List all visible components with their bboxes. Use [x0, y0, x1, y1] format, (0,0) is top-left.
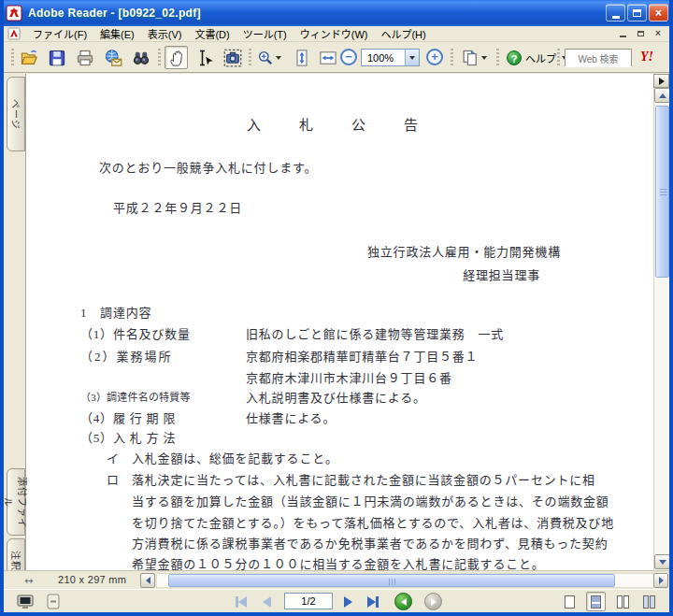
mdi-close-button[interactable]: ×: [651, 27, 666, 40]
nav-last-icon: [367, 596, 376, 608]
doc-sub-marker: イ: [107, 449, 120, 466]
scroll-left-button[interactable]: [140, 573, 155, 588]
layout-two-up-button[interactable]: [639, 592, 659, 611]
snapshot-button[interactable]: [221, 46, 244, 69]
layout-continuous-button[interactable]: [586, 592, 606, 611]
pdf-page[interactable]: 入 札 公 告 次のとおり一般競争入札に付します。 平成２２年９月２２日 独立行…: [27, 74, 650, 570]
fullscreen-button[interactable]: [15, 592, 35, 611]
page-number-field[interactable]: [284, 593, 333, 609]
doc-title: 入 札 公 告: [27, 114, 650, 134]
menu-window[interactable]: ウィンドウ(W): [294, 27, 375, 41]
email-button[interactable]: [101, 46, 124, 69]
layout-facing-button[interactable]: [613, 592, 633, 611]
horizontal-scrollbar[interactable]: [156, 573, 655, 588]
toolbar-grip[interactable]: [451, 49, 453, 66]
print-icon: [76, 49, 94, 67]
toolbar-grip[interactable]: [249, 49, 251, 66]
scroll-right-button[interactable]: [653, 573, 668, 588]
page-display-button[interactable]: [458, 46, 490, 69]
hand-tool-button[interactable]: [165, 46, 188, 69]
next-view-button[interactable]: [424, 593, 442, 610]
mdi-restore-button[interactable]: [633, 27, 648, 40]
help-button[interactable]: ? ヘルプ: [503, 48, 571, 67]
doc-item-label: （4）履 行 期 限: [80, 408, 176, 426]
horizontal-scroll-thumb[interactable]: [168, 574, 615, 587]
zoom-combo-button[interactable]: [405, 50, 419, 65]
save-button[interactable]: [45, 46, 68, 69]
zoom-out-button[interactable]: −: [340, 49, 357, 65]
menu-edit[interactable]: 編集(E): [93, 27, 141, 41]
previous-page-button[interactable]: [257, 592, 277, 611]
fullscreen-icon: [17, 595, 34, 609]
open-button[interactable]: [17, 46, 40, 69]
web-search-input[interactable]: [566, 51, 631, 67]
print-button[interactable]: [73, 46, 96, 69]
document-area: ページ 添付ファイル 注釈 入 札 公 告 次のとおり一般競争入札に付します。 …: [4, 74, 669, 570]
first-page-button[interactable]: [231, 592, 251, 611]
fit-width-button[interactable]: [316, 46, 339, 69]
layout-single-icon: [565, 595, 575, 609]
menu-file[interactable]: ファイル(F): [26, 27, 93, 41]
mdi-minimize-button[interactable]: [615, 27, 630, 40]
adobe-reader-window: Adobe Reader - [b0922_02.pdf] × ファイル(F) …: [0, 0, 673, 616]
prev-view-icon: [401, 598, 407, 606]
close-icon: ×: [655, 7, 662, 20]
toolbar-grip[interactable]: [11, 49, 14, 66]
arrow-up-icon: [659, 93, 666, 98]
toolbar-grip[interactable]: [158, 49, 161, 66]
vertical-scroll-thumb[interactable]: [655, 106, 669, 278]
tab-pages[interactable]: ページ: [7, 77, 25, 151]
window-title: Adobe Reader - [b0922_02.pdf]: [28, 7, 201, 20]
doc-date: 平成２２年９月２２日: [113, 198, 242, 216]
close-button[interactable]: ×: [649, 4, 668, 21]
chevron-down-icon: [409, 56, 415, 60]
page-view-icon: [47, 594, 60, 609]
layout-two-up-icon: [643, 595, 655, 609]
title-bar[interactable]: Adobe Reader - [b0922_02.pdf] ×: [0, 0, 673, 26]
nav-first-icon: [238, 596, 247, 608]
mdi-minimize-icon: [620, 36, 626, 37]
minimize-button[interactable]: [606, 4, 625, 21]
restore-button[interactable]: [627, 4, 647, 21]
menu-help[interactable]: ヘルプ(H): [374, 27, 432, 41]
doc-org-line: 経理担当理事: [463, 265, 540, 283]
yahoo-logo[interactable]: Y!: [640, 50, 653, 64]
web-search-box[interactable]: [565, 49, 632, 66]
select-tool-button[interactable]: [193, 46, 216, 69]
scroll-up-button[interactable]: [654, 88, 670, 103]
menu-view[interactable]: 表示(V): [141, 27, 189, 41]
fit-page-icon: [293, 49, 311, 67]
arrow-right-icon: [659, 577, 664, 584]
toolbar-grip[interactable]: [496, 49, 499, 66]
toolbar-grip[interactable]: [557, 49, 560, 66]
tab-attachments[interactable]: 添付ファイル: [7, 468, 25, 536]
zoom-level-input[interactable]: [362, 52, 405, 64]
help-label: ヘルプ: [525, 50, 556, 65]
page-number-input[interactable]: [285, 594, 332, 609]
fit-page-button[interactable]: [290, 46, 313, 69]
page-view-button[interactable]: [43, 592, 63, 611]
zoom-tool-icon: [257, 50, 274, 66]
pan-handle-icon[interactable]: ↔: [24, 575, 33, 587]
search-button[interactable]: [129, 46, 152, 69]
zoom-tool-button[interactable]: [254, 46, 284, 69]
hand-tool-icon: [167, 49, 186, 67]
doc-item-label: （5）入 札 方 法: [80, 428, 176, 446]
previous-view-button[interactable]: [394, 593, 412, 610]
menu-tools[interactable]: ツール(T): [236, 27, 294, 41]
zoom-in-button[interactable]: +: [426, 49, 443, 65]
doc-item-label: （2）業務場所: [80, 347, 173, 365]
menu-document[interactable]: 文書(D): [188, 27, 236, 41]
pane-toggle-button[interactable]: [653, 74, 669, 88]
adobe-reader-icon: [6, 5, 22, 21]
thumb-grip-icon: [660, 192, 666, 193]
menu-bar: ファイル(F) 編集(E) 表示(V) 文書(D) ツール(T) ウィンドウ(W…: [4, 26, 669, 42]
vertical-scrollbar[interactable]: [653, 74, 669, 570]
snapshot-icon: [223, 49, 242, 67]
layout-single-page-button[interactable]: [560, 592, 580, 611]
zoom-level-combo[interactable]: [361, 49, 420, 66]
last-page-button[interactable]: [363, 592, 382, 611]
next-page-button[interactable]: [338, 592, 358, 611]
scroll-down-button[interactable]: [654, 554, 670, 569]
doc-item-value: 京都府木津川市木津川台９丁目６番: [246, 368, 452, 386]
